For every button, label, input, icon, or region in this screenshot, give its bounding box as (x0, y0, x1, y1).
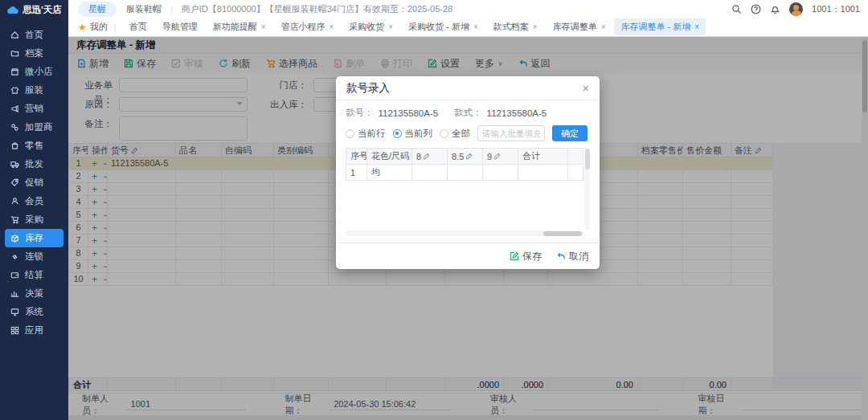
topbar: 星幄 服装鞋帽 ｜ 商户ID【81000000】【星幄服装鞋帽34门店】有效期至… (68, 0, 868, 18)
return-arrow-icon (556, 251, 566, 261)
sidebar-item-label: 促销 (25, 177, 43, 189)
box-icon (10, 234, 19, 243)
logo-text: 思迅'天店 (23, 4, 62, 16)
cell-size-8[interactable] (412, 165, 448, 181)
avatar[interactable] (789, 2, 803, 16)
favorites-menu[interactable]: ★我的 (78, 21, 108, 33)
tab-home[interactable]: 首页 (123, 18, 154, 35)
search-icon[interactable] (731, 4, 742, 14)
sidebar-item-micro-store[interactable]: 微小店 (0, 63, 68, 81)
user-id-label[interactable]: 1001：1001 (812, 3, 860, 15)
sidebar-item-members[interactable]: 会员 (0, 192, 68, 210)
fill-controls: 当前行 当前列 全部 确定 (346, 125, 590, 141)
size-matrix-area: 序号 花色/尺码 8 8.5 9 合计 1 均 (346, 148, 590, 236)
radio-icon (346, 129, 354, 138)
col-size-9: 9 (483, 149, 518, 165)
merchant-type-label: 服装鞋帽 (126, 3, 162, 15)
chart-icon (10, 289, 19, 298)
sidebar-item-label: 服装 (25, 84, 43, 96)
tab-bar: ★我的 | 首页 导航管理 新功能提醒× 管店小程序× 采购收货× 采购收货 -… (68, 18, 868, 37)
divider: | (114, 22, 117, 32)
cell-size-8-5[interactable] (448, 165, 483, 181)
scrollbar-thumb[interactable] (543, 231, 582, 236)
tab-inventory-adjustment-new[interactable]: 库存调整单 - 新增× (614, 18, 706, 35)
sidebar-item-inventory[interactable]: 库存 (5, 229, 63, 247)
sidebar-item-label: 零售 (25, 140, 43, 152)
close-icon[interactable]: × (473, 23, 478, 31)
dialog-cancel-button[interactable]: 取消 (556, 250, 588, 263)
home-icon (10, 31, 19, 39)
col-total: 合计 (518, 149, 568, 165)
dialog-title: 款号录入 (346, 81, 390, 96)
sidebar-item-apps[interactable]: 应用 (0, 321, 68, 340)
favorites-label: 我的 (90, 21, 108, 33)
sidebar-item-apparel[interactable]: 服装 (0, 81, 68, 100)
sidebar-item-wholesale[interactable]: 批发 (0, 155, 68, 173)
close-icon[interactable]: × (329, 23, 334, 31)
sidebar-item-franchisee[interactable]: 加盟商 (0, 118, 68, 137)
tab-nav-management[interactable]: 导航管理 (156, 18, 204, 35)
radio-current-column[interactable]: 当前列 (393, 128, 433, 140)
sidebar-item-settlement[interactable]: 结算 (0, 266, 68, 284)
dialog-body: 款号： 112135580A-5 款式： 112135580A-5 当前行 当前… (336, 100, 600, 236)
close-icon[interactable]: × (533, 23, 538, 31)
storefront-icon (10, 67, 19, 76)
dialog-vertical-scrollbar[interactable] (584, 148, 590, 230)
close-icon[interactable]: × (582, 82, 589, 94)
confirm-button[interactable]: 确定 (552, 125, 588, 141)
sidebar-item-label: 连锁 (25, 251, 43, 263)
scrollbar-thumb[interactable] (585, 149, 590, 169)
sidebar-item-label: 系统 (25, 306, 43, 318)
tab-purchase-receipt[interactable]: 采购收货× (342, 18, 399, 35)
sidebar-item-decision[interactable]: 决策 (0, 284, 68, 303)
divider: ｜ (167, 3, 176, 15)
dialog-save-button[interactable]: 保存 (510, 250, 542, 263)
edit-save-icon (510, 251, 519, 261)
star-icon: ★ (78, 22, 87, 33)
tab-inventory-adjustment[interactable]: 库存调整单× (547, 18, 612, 35)
tab-style-archive[interactable]: 款式档案× (487, 18, 544, 35)
style-value: 112135580A-5 (487, 108, 547, 118)
cloud-logo-icon (6, 6, 18, 14)
cell-size-9[interactable] (483, 165, 518, 181)
sidebar-item-retail[interactable]: 零售 (0, 137, 68, 155)
radio-current-row[interactable]: 当前行 (346, 128, 386, 140)
store-tag-badge[interactable]: 星幄 (78, 2, 117, 17)
style-info: 款号： 112135580A-5 款式： 112135580A-5 (346, 107, 590, 119)
sidebar-item-marketing[interactable]: 营销 (0, 100, 68, 118)
help-icon[interactable] (751, 4, 761, 14)
topbar-actions: 1001：1001 (731, 2, 868, 16)
tab-purchase-receipt-new[interactable]: 采购收货 - 新增× (402, 18, 485, 35)
close-icon[interactable]: × (694, 23, 699, 31)
size-matrix-table: 序号 花色/尺码 8 8.5 9 合计 1 均 (346, 148, 583, 181)
truck-icon (10, 160, 19, 169)
radio-all[interactable]: 全部 (440, 128, 470, 140)
wallet-icon (10, 271, 19, 279)
tag-icon (10, 178, 19, 187)
close-icon[interactable]: × (601, 23, 606, 31)
col-size-8: 8 (412, 149, 448, 165)
sidebar-item-chain[interactable]: 连锁 (0, 247, 68, 266)
megaphone-icon (10, 104, 19, 113)
sidebar-item-home[interactable]: 首页 (0, 26, 68, 44)
sidebar-item-archives[interactable]: 档案 (0, 44, 68, 63)
col-size-8-5: 8.5 (448, 149, 483, 165)
sidebar-item-purchasing[interactable]: 采购 (0, 210, 68, 229)
batch-qty-input[interactable] (477, 125, 545, 141)
close-icon[interactable]: × (388, 23, 393, 31)
sidebar-item-promotion[interactable]: 促销 (0, 173, 68, 192)
style-no-label: 款号： (346, 107, 374, 119)
link-icon (10, 252, 19, 261)
sidebar-item-system[interactable]: 系统 (0, 303, 68, 321)
dialog-horizontal-scrollbar[interactable] (346, 230, 583, 236)
sidebar-item-label: 档案 (25, 47, 43, 59)
merchant-info-label: 商户ID【81000000】【星幄服装鞋帽34门店】有效期至：2025-05-2… (182, 3, 452, 15)
main-content: 库存调整单 - 新增 新增 保存 审核 刷新 选择商品 删单 打印 设置 更多∨… (68, 37, 868, 420)
close-icon[interactable]: × (261, 23, 266, 31)
sidebar-item-label: 决策 (25, 287, 43, 300)
app-logo: 思迅'天店 (0, 0, 68, 19)
notification-bell-icon[interactable] (770, 4, 780, 14)
tab-new-features[interactable]: 新功能提醒× (207, 18, 272, 35)
sidebar-item-label: 库存 (25, 232, 43, 244)
tab-store-miniprogram[interactable]: 管店小程序× (274, 18, 340, 35)
